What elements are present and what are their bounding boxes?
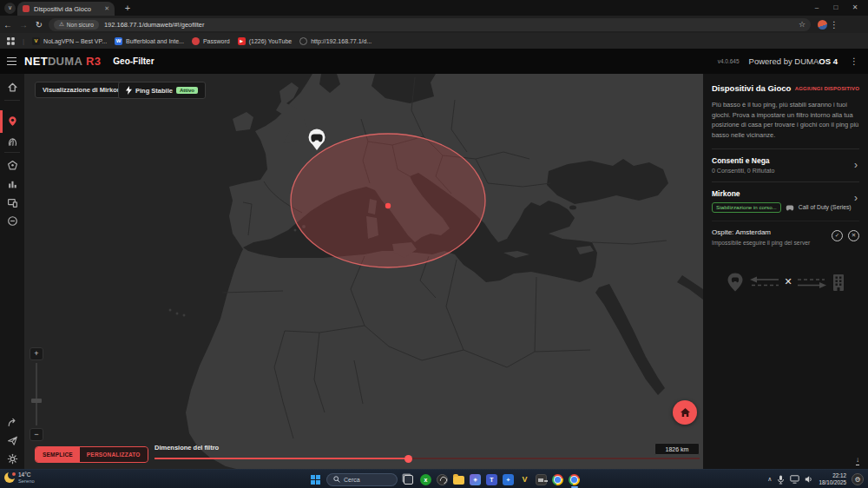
page-title: Geo-Filter bbox=[113, 56, 154, 66]
paper-plane-icon bbox=[7, 435, 18, 446]
tab-search-icon[interactable]: ∨ bbox=[4, 3, 16, 14]
sidebar-item-game-profiles[interactable] bbox=[0, 134, 24, 149]
lightning-bolt-icon bbox=[126, 86, 132, 95]
forward-icon[interactable]: → bbox=[16, 20, 31, 30]
chevron-right-icon[interactable]: › bbox=[854, 193, 858, 203]
mode-simple-button[interactable]: SEMPLICE bbox=[36, 447, 80, 462]
vpn-shield-icon: V bbox=[32, 37, 40, 45]
reload-icon[interactable]: ↻ bbox=[31, 20, 47, 30]
sidebar-item-dashboard[interactable] bbox=[0, 79, 24, 95]
home-location-dot bbox=[385, 203, 391, 208]
firmware-version: v4.0.645 bbox=[718, 58, 740, 64]
url-text: 192.168.77.1/dumaweb/#!/geofilter bbox=[104, 21, 793, 29]
minimize-icon[interactable]: – bbox=[807, 0, 826, 16]
photos-icon[interactable]: ◈ bbox=[470, 474, 481, 485]
sidebar-item-settings[interactable] bbox=[0, 451, 24, 466]
geofilter-map[interactable]: Visualizzazione di Mirkone Ping Stabile … bbox=[24, 74, 703, 469]
sidebar-item-qos[interactable] bbox=[0, 157, 24, 173]
hidden-icons-chevron[interactable]: ∧ bbox=[767, 476, 772, 483]
app-sidebar bbox=[0, 74, 24, 469]
chrome-active-icon[interactable] bbox=[569, 474, 580, 485]
obs-icon[interactable] bbox=[437, 474, 448, 485]
address-bar[interactable]: ⚠ Non sicuro 192.168.77.1/dumaweb/#!/geo… bbox=[49, 18, 811, 31]
tab-close-icon[interactable]: ✕ bbox=[104, 5, 109, 12]
new-tab-button[interactable]: + bbox=[122, 2, 134, 14]
download-icon[interactable]: ↓ bbox=[856, 457, 859, 465]
gamepad-icon bbox=[786, 204, 794, 211]
filter-size-value: 1826 km bbox=[654, 443, 700, 455]
bookmark-youtube[interactable]: ▶ (1226) YouTube bbox=[238, 37, 293, 45]
weather-widget[interactable]: 14°C Sereno bbox=[4, 472, 35, 485]
chrome-icon[interactable] bbox=[552, 474, 563, 485]
display-icon[interactable] bbox=[790, 475, 799, 484]
taskbar-clock[interactable]: 22:12 18/10/2025 bbox=[819, 472, 846, 486]
zoom-in-button[interactable]: + bbox=[30, 347, 43, 360]
app-emblem-icon[interactable]: ✦ bbox=[503, 474, 514, 485]
panel-title: Dispositivi da Gioco bbox=[712, 83, 791, 93]
filter-radius-circle[interactable] bbox=[291, 134, 485, 267]
hamburger-menu-icon[interactable] bbox=[7, 57, 16, 66]
zoom-out-button[interactable]: − bbox=[30, 428, 43, 441]
sidebar-item-statistics[interactable] bbox=[0, 175, 24, 191]
zoom-slider[interactable] bbox=[30, 360, 43, 428]
utility-app-icon[interactable] bbox=[536, 474, 547, 485]
search-placeholder: Cerca bbox=[344, 477, 360, 483]
filter-size-slider-track[interactable] bbox=[411, 458, 700, 459]
recenter-home-button[interactable] bbox=[673, 400, 697, 425]
zoom-slider-handle[interactable] bbox=[31, 399, 42, 403]
sidebar-item-feedback[interactable] bbox=[0, 432, 24, 448]
weather-temp: 14°C bbox=[18, 472, 35, 478]
back-icon[interactable]: ← bbox=[0, 20, 16, 30]
ping-stable-button[interactable]: Ping Stabile Attivo bbox=[118, 82, 206, 99]
close-icon[interactable]: ✕ bbox=[845, 0, 865, 16]
start-button[interactable] bbox=[311, 475, 320, 485]
bookmark-password[interactable]: Password bbox=[192, 37, 230, 45]
mode-custom-button[interactable]: PERSONALIZZATO bbox=[80, 447, 148, 462]
xbox-icon[interactable]: x bbox=[420, 474, 431, 485]
profile-avatar[interactable] bbox=[818, 20, 827, 30]
sidebar-item-share[interactable] bbox=[0, 414, 24, 430]
deny-server-icon[interactable]: ✕ bbox=[848, 230, 859, 241]
gear-icon bbox=[7, 453, 18, 465]
filter-size-slider-handle[interactable] bbox=[404, 455, 412, 463]
device-row[interactable]: Mirkone Stabilizzazione in corso... Call… bbox=[712, 189, 859, 213]
chevron-right-icon[interactable]: › bbox=[854, 160, 858, 170]
tab-title: Dispositivi da Gioco bbox=[34, 5, 100, 13]
taskbar-search[interactable]: Cerca bbox=[326, 473, 398, 486]
microphone-icon[interactable] bbox=[777, 475, 785, 485]
file-explorer-icon[interactable] bbox=[453, 476, 464, 485]
maximize-icon[interactable]: □ bbox=[826, 0, 845, 16]
v-app-icon[interactable]: V bbox=[519, 474, 530, 485]
tray-gear-icon[interactable]: ⚙ bbox=[852, 473, 864, 485]
bookmark-nolagvpn[interactable]: V NoLagVPN – Best VP... bbox=[32, 37, 107, 45]
teams-icon[interactable]: T bbox=[486, 474, 497, 485]
allow-deny-row[interactable]: Consenti e Nega 0 Consentiti, 0 Rifiutat… bbox=[712, 156, 859, 174]
apps-grid-icon[interactable] bbox=[7, 37, 15, 45]
filter-size-label: Dimensione del filtro bbox=[155, 444, 219, 452]
browser-menu-icon[interactable]: ⋮ bbox=[827, 20, 841, 30]
system-tray: ∧ 22:12 18/10/2025 ⚙ bbox=[767, 470, 864, 488]
security-label: Non sicuro bbox=[67, 22, 94, 28]
security-chip[interactable]: ⚠ Non sicuro bbox=[54, 20, 99, 30]
app-menu-icon[interactable]: ⋮ bbox=[847, 56, 861, 66]
sidebar-item-blocking[interactable] bbox=[0, 213, 24, 228]
bookmark-router[interactable]: http://192.168.77.1/d... bbox=[299, 37, 372, 45]
clock-date: 18/10/2025 bbox=[819, 479, 846, 486]
sidebar-item-devices[interactable] bbox=[0, 195, 24, 210]
powered-by-label: Powered by DUMAOS 4 bbox=[749, 56, 838, 66]
bookmark-star-icon[interactable]: ☆ bbox=[799, 20, 806, 29]
add-device-button[interactable]: AGGIUNGI DISPOSITIVO bbox=[795, 86, 859, 91]
player-pin-icon bbox=[725, 272, 746, 293]
helmet-icon bbox=[7, 136, 18, 148]
bar-chart-icon bbox=[7, 178, 18, 189]
browser-tab[interactable]: Dispositivi da Gioco ✕ bbox=[17, 2, 115, 16]
blocked-x-icon: ✕ bbox=[784, 276, 792, 287]
speaker-icon[interactable] bbox=[805, 475, 813, 484]
bookmark-bufferbloat[interactable]: W Bufferbloat and Inte... bbox=[115, 37, 184, 45]
task-view-icon[interactable] bbox=[404, 475, 413, 485]
world-map bbox=[24, 74, 703, 469]
bookmarks-separator: | bbox=[23, 37, 24, 45]
allow-server-icon[interactable]: ✓ bbox=[832, 230, 843, 241]
filter-mode-toggle: SEMPLICE PERSONALIZZATO bbox=[35, 446, 148, 463]
sidebar-item-geofilter[interactable] bbox=[0, 113, 24, 129]
